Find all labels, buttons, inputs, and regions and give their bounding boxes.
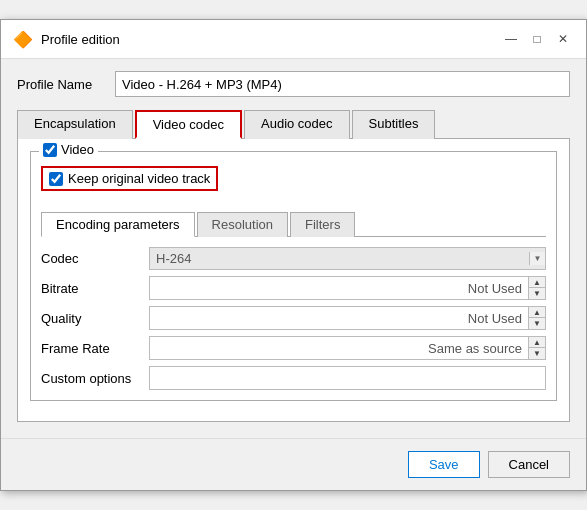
close-button[interactable]: ✕ — [552, 28, 574, 50]
keep-track-checkbox[interactable] — [49, 172, 63, 186]
app-icon: 🔶 — [13, 30, 33, 49]
main-content: Profile Name Encapsulation Video codec A… — [1, 59, 586, 438]
frame-rate-up[interactable]: ▲ — [529, 337, 545, 348]
maximize-button[interactable]: □ — [526, 28, 548, 50]
keep-track-wrapper: Keep original video track — [41, 166, 218, 191]
tab-audio-codec[interactable]: Audio codec — [244, 110, 350, 139]
tab-encapsulation[interactable]: Encapsulation — [17, 110, 133, 139]
tab-content: Video Keep original video track Encoding… — [17, 139, 570, 422]
frame-rate-input[interactable] — [150, 338, 528, 359]
bitrate-up[interactable]: ▲ — [529, 277, 545, 288]
frame-rate-down[interactable]: ▼ — [529, 348, 545, 359]
bitrate-input[interactable] — [150, 278, 528, 299]
frame-rate-wrapper: ▲ ▼ — [149, 336, 546, 360]
minimize-button[interactable]: — — [500, 28, 522, 50]
quality-label: Quality — [41, 311, 141, 326]
title-bar-left: 🔶 Profile edition — [13, 30, 120, 49]
codec-arrow-icon: ▼ — [529, 252, 545, 265]
codec-label: Codec — [41, 251, 141, 266]
window-title: Profile edition — [41, 32, 120, 47]
custom-options-input[interactable] — [149, 366, 546, 390]
quality-wrapper: ▲ ▼ — [149, 306, 546, 330]
codec-select[interactable]: H-264 H-265 MPEG-4 — [150, 248, 529, 269]
profile-name-row: Profile Name — [17, 71, 570, 97]
quality-down[interactable]: ▼ — [529, 318, 545, 329]
bitrate-label: Bitrate — [41, 281, 141, 296]
video-legend: Video — [39, 142, 98, 157]
bitrate-spinner: ▲ ▼ — [528, 277, 545, 299]
video-label: Video — [61, 142, 94, 157]
main-tabs: Encapsulation Video codec Audio codec Su… — [17, 109, 570, 139]
custom-options-label: Custom options — [41, 371, 141, 386]
inner-tabs: Encoding parameters Resolution Filters — [41, 211, 546, 237]
title-bar: 🔶 Profile edition — □ ✕ — [1, 20, 586, 59]
profile-name-label: Profile Name — [17, 77, 107, 92]
bitrate-down[interactable]: ▼ — [529, 288, 545, 299]
quality-input[interactable] — [150, 308, 528, 329]
tab-subtitles[interactable]: Subtitles — [352, 110, 436, 139]
footer-buttons: Save Cancel — [1, 438, 586, 490]
frame-rate-label: Frame Rate — [41, 341, 141, 356]
window-controls: — □ ✕ — [500, 28, 574, 50]
encoding-params-grid: Codec H-264 H-265 MPEG-4 ▼ Bitrate — [41, 247, 546, 390]
profile-edition-window: 🔶 Profile edition — □ ✕ Profile Name Enc… — [0, 19, 587, 491]
cancel-button[interactable]: Cancel — [488, 451, 570, 478]
quality-spinner: ▲ ▼ — [528, 307, 545, 329]
profile-name-input[interactable] — [115, 71, 570, 97]
tab-encoding-params[interactable]: Encoding parameters — [41, 212, 195, 237]
quality-up[interactable]: ▲ — [529, 307, 545, 318]
video-group: Video Keep original video track Encoding… — [30, 151, 557, 401]
codec-wrapper: H-264 H-265 MPEG-4 ▼ — [149, 247, 546, 270]
save-button[interactable]: Save — [408, 451, 480, 478]
tab-resolution[interactable]: Resolution — [197, 212, 288, 237]
tab-filters[interactable]: Filters — [290, 212, 355, 237]
keep-track-label: Keep original video track — [68, 171, 210, 186]
tab-video-codec[interactable]: Video codec — [135, 110, 242, 139]
frame-rate-spinner: ▲ ▼ — [528, 337, 545, 359]
video-checkbox[interactable] — [43, 143, 57, 157]
bitrate-wrapper: ▲ ▼ — [149, 276, 546, 300]
